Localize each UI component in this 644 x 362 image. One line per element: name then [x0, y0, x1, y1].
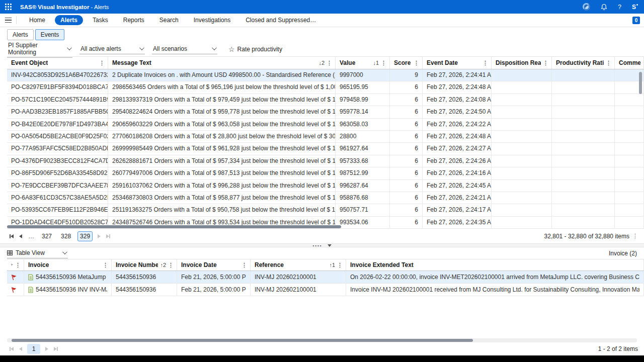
horizontal-scrollbar-thumb[interactable] — [7, 225, 341, 228]
event-row[interactable]: PO-57C1C190EC2045757444891B9A 2981339373… — [7, 94, 644, 106]
column-menu-icon[interactable] — [327, 60, 332, 66]
category-select[interactable]: PI Supplier Monitoring — [7, 41, 72, 58]
column-menu-icon[interactable] — [543, 60, 548, 66]
invoice-row[interactable]: 544356150936 MetaJump LL… 544356150936 F… — [7, 271, 644, 284]
last-page-button[interactable] — [51, 344, 60, 353]
page-number-button[interactable]: 1 — [27, 344, 40, 354]
last-page-button[interactable] — [104, 232, 113, 241]
sort-indicator[interactable]: ↓2 — [318, 60, 325, 66]
event-date-cell: Feb 27, 2026, 2:24:26 AM — [423, 155, 492, 167]
column-menu-icon[interactable] — [414, 60, 419, 66]
invoice-tab[interactable]: Invoice (2) — [609, 250, 637, 257]
event-row[interactable]: PO-53935CC67FEB9E112F2B946E62 2511913632… — [7, 204, 644, 216]
column-menu-icon[interactable] — [606, 60, 611, 66]
nav-item[interactable]: Investigations — [188, 15, 236, 25]
alert-filter-select[interactable]: All active alerts — [79, 44, 145, 54]
event-row[interactable]: PO-6A83F61CD3C57C38AE5A5D2B4F 2534687308… — [7, 192, 644, 204]
sort-indicator[interactable]: ↑2 — [160, 262, 166, 268]
menu-icon[interactable] — [5, 18, 12, 23]
help-icon[interactable]: ? — [618, 4, 621, 11]
collapse-panel-icon[interactable] — [328, 244, 332, 247]
user-avatar[interactable]: S — [632, 4, 638, 11]
column-menu-icon[interactable] — [482, 60, 488, 66]
invoice-cell[interactable]: 544356150936 INV INV-MJ 2… — [24, 284, 112, 296]
pagination-menu-icon[interactable] — [632, 233, 638, 239]
nav-item[interactable]: Reports — [118, 15, 150, 25]
panel-splitter[interactable] — [0, 243, 644, 247]
event-row[interactable]: PO-AAD3B23EB1857F1885AFBB5C82 2954082246… — [7, 106, 644, 118]
nav-item[interactable]: Search — [154, 15, 184, 25]
column-menu-icon[interactable] — [103, 262, 108, 268]
sort-indicator[interactable]: ↓1 — [373, 60, 379, 66]
detail-scrollbar-thumb[interactable] — [12, 339, 473, 342]
invoice-row[interactable]: 544356150936 INV INV-MJ 2… 544356150936 … — [7, 284, 644, 296]
document-icon — [28, 274, 33, 281]
message-text-cell: 2986563465 Orders with a Total of $ 965,… — [108, 81, 336, 93]
event-row[interactable]: PO-0A5054D5BE2ACBE0F9D25F02DB 2770601862… — [7, 131, 644, 143]
event-object-cell: PO-6A83F61CD3C57C38AE5A5D2B4F — [7, 192, 108, 204]
red-flag-icon[interactable] — [11, 274, 17, 281]
nav-item[interactable]: Alerts — [55, 15, 83, 25]
productivity-rating-cell — [552, 119, 615, 130]
red-flag-icon[interactable] — [11, 287, 17, 293]
message-text-cell: 260779497006 Orders with a Total of $ 98… — [108, 167, 336, 179]
globe-icon[interactable] — [583, 3, 590, 11]
app-launcher-icon[interactable] — [5, 4, 12, 10]
event-object-cell: PO-0A5054D5BE2ACBE0F9D25F02DB — [7, 131, 108, 142]
page-number-button[interactable]: 329 — [77, 231, 93, 241]
nav-item[interactable]: Home — [24, 15, 51, 25]
nav-count-badge: 0 — [632, 17, 640, 24]
first-page-button[interactable] — [7, 232, 16, 241]
value-cell: 996287.64 — [336, 180, 390, 192]
scenario-filter-select[interactable]: All scenarios — [152, 44, 217, 54]
main-nav: HomeAlertsTasksReportsSearchInvestigatio… — [0, 14, 644, 27]
previous-page-button[interactable] — [16, 344, 25, 353]
next-page-button[interactable] — [95, 232, 104, 241]
event-row[interactable]: INV-942C8053D9251A6B470226732D 2 Duplica… — [7, 69, 644, 81]
column-menu-icon[interactable] — [168, 262, 174, 268]
disposition-reason-cell — [492, 69, 552, 81]
items-count-text: 1 - 2 of 2 items — [598, 345, 638, 352]
event-object-cell: INV-942C8053D9251A6B470226732D — [7, 69, 108, 81]
event-row[interactable]: PO-86F5D906F52D6BA335458D9221 2607794970… — [7, 167, 644, 179]
page-number-button[interactable]: 328 — [58, 231, 73, 241]
score-cell: 6 — [390, 180, 423, 192]
splitter-handle-icon[interactable] — [312, 242, 322, 249]
disposition-reason-cell — [492, 167, 552, 179]
productivity-rating-cell — [552, 81, 615, 93]
rate-productivity-button[interactable]: Rate productivity — [228, 45, 282, 53]
vertical-scrollbar[interactable] — [639, 72, 642, 94]
event-row[interactable]: PO-4376DF9023B3ECC812F4CA7D53 2626288816… — [7, 155, 644, 167]
column-menu-icon[interactable] — [99, 60, 105, 66]
column-menu-icon[interactable] — [242, 262, 247, 268]
event-date-cell: Feb 27, 2026, 2:24:45 AM — [423, 180, 492, 192]
column-menu-icon[interactable] — [337, 262, 343, 268]
event-row[interactable]: PO-C8297E91BF5F8394D018BCA755 2986563465… — [7, 81, 644, 94]
productivity-rating-cell — [552, 106, 615, 118]
table-view-select[interactable]: Table View — [7, 248, 68, 258]
column-menu-icon[interactable] — [381, 60, 386, 66]
nav-item[interactable]: Closed and Suppressed… — [240, 15, 321, 25]
nav-items: HomeAlertsTasksReportsSearchInvestigatio… — [24, 15, 321, 25]
score-cell: 6 — [390, 143, 423, 154]
event-row[interactable]: PO-B42E0E20DE7978F1D4973BA42D 2906596032… — [7, 119, 644, 131]
message-text-cell: 253468730803 Orders with a Total of $ 95… — [108, 192, 336, 204]
first-page-button[interactable] — [7, 344, 16, 353]
page-number-button[interactable]: 327 — [39, 231, 54, 241]
event-date-cell: Feb 27, 2026, 2:24:27 AM — [423, 143, 492, 154]
app-window: SAS® Visual Investigator - Alerts ? S Ho… — [0, 0, 644, 362]
event-row[interactable]: PO-7E9DCCBEF39B7DFC3AAEE785FB 2591610370… — [7, 180, 644, 192]
view-tab[interactable]: Events — [35, 29, 65, 40]
document-icon — [28, 287, 33, 293]
next-page-button[interactable] — [42, 344, 51, 353]
detail-panel: Table View Invoice (2) Invoice Invoice N… — [0, 247, 644, 355]
view-tab[interactable]: Alerts — [7, 29, 34, 40]
sort-indicator[interactable]: ↑1 — [329, 262, 335, 268]
event-row[interactable]: PO-77A953FAFC5C58ED2B850ADE35 2699999854… — [7, 143, 644, 155]
nav-item[interactable]: Tasks — [87, 15, 114, 25]
notifications-bell-icon[interactable] — [601, 4, 607, 11]
previous-page-button[interactable] — [16, 232, 25, 241]
column-menu-icon[interactable] — [15, 262, 21, 268]
invoice-cell[interactable]: 544356150936 MetaJump LL… — [24, 271, 112, 283]
message-text-cell: 269999985449 Orders with a Total of $ 96… — [108, 143, 336, 154]
